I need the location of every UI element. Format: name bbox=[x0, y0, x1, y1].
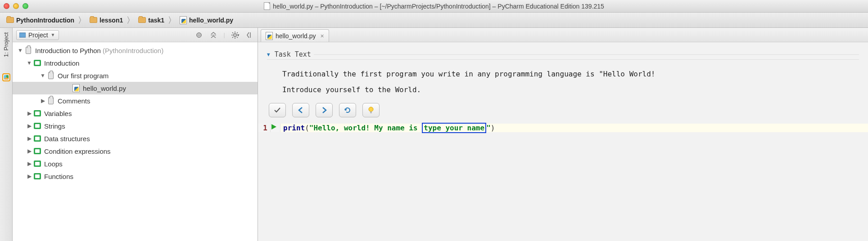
tree-node-hello-file[interactable]: hello_world.py bbox=[13, 82, 258, 94]
python-file-icon bbox=[266, 32, 273, 40]
folder-icon bbox=[138, 17, 146, 23]
folder-icon bbox=[6, 17, 14, 23]
tree-node-loops[interactable]: ▶ Loops bbox=[13, 157, 258, 170]
project-panel-toolbar: Project ▼ | ▾ bbox=[13, 28, 258, 42]
refresh-task-button[interactable] bbox=[339, 103, 356, 117]
arrow-right-icon bbox=[320, 106, 328, 114]
expand-arrow-icon[interactable]: ▼ bbox=[40, 72, 46, 79]
folder-icon bbox=[90, 17, 97, 23]
expand-arrow-icon[interactable]: ▶ bbox=[26, 110, 32, 116]
tree-node-condition-expressions[interactable]: ▶ Condition expressions bbox=[13, 145, 258, 157]
chevron-right-icon: 〉 bbox=[127, 15, 135, 26]
next-task-button[interactable] bbox=[316, 103, 333, 117]
svg-point-5 bbox=[234, 34, 236, 36]
tree-root[interactable]: ▼ Introduction to Python (PythonIntroduc… bbox=[13, 44, 258, 57]
tree-node-strings[interactable]: ▶ Strings bbox=[13, 120, 258, 132]
run-gutter[interactable] bbox=[271, 124, 280, 132]
answer-placeholder[interactable]: type your name bbox=[422, 123, 486, 133]
lesson-icon bbox=[34, 173, 41, 179]
task-action-bar bbox=[269, 103, 859, 117]
expand-arrow-icon[interactable]: ▶ bbox=[26, 173, 32, 179]
lesson-icon bbox=[34, 135, 41, 142]
zoom-window-button[interactable] bbox=[23, 3, 28, 9]
tree-node-introduction[interactable]: ▼ Introduction bbox=[13, 57, 258, 69]
clipboard-icon bbox=[48, 97, 54, 104]
lightbulb-icon bbox=[367, 106, 375, 114]
expand-arrow-icon[interactable]: ▼ bbox=[17, 47, 23, 54]
collapse-all-button[interactable] bbox=[209, 31, 217, 39]
project-view-selector[interactable]: Project ▼ bbox=[16, 30, 59, 40]
svg-line-13 bbox=[232, 37, 233, 38]
close-tab-button[interactable]: × bbox=[321, 32, 324, 40]
check-icon bbox=[273, 106, 281, 114]
close-window-button[interactable] bbox=[4, 3, 9, 9]
lesson-icon bbox=[34, 110, 41, 116]
python-file-icon bbox=[72, 84, 80, 92]
project-panel: Project ▼ | ▾ bbox=[13, 28, 258, 241]
run-icon bbox=[271, 124, 277, 130]
svg-line-10 bbox=[232, 32, 233, 33]
task-panel: Task Text Traditionally the first progra… bbox=[258, 42, 868, 124]
check-task-button[interactable] bbox=[269, 103, 286, 117]
hint-button[interactable] bbox=[362, 103, 380, 117]
expand-arrow-icon[interactable]: ▶ bbox=[26, 148, 32, 154]
window-titlebar: hello_world.py – PythonIntroduction – [~… bbox=[0, 0, 868, 13]
expand-arrow-icon[interactable]: ▶ bbox=[26, 135, 32, 142]
refresh-icon bbox=[344, 106, 352, 114]
python-file-icon bbox=[180, 16, 187, 24]
expand-arrow-icon[interactable]: ▶ bbox=[26, 161, 32, 167]
editor-area: hello_world.py × Task Text Traditionally… bbox=[258, 28, 868, 241]
breadcrumb-item-task[interactable]: task1 bbox=[136, 17, 166, 24]
lesson-icon bbox=[34, 161, 41, 167]
settings-button[interactable]: ▾ bbox=[231, 31, 240, 39]
tree-node-first-program[interactable]: ▼ Our first program bbox=[13, 69, 258, 82]
expand-arrow-icon[interactable]: ▶ bbox=[40, 98, 46, 104]
code-editor[interactable]: 1 print("Hello, world! My name is type y… bbox=[258, 124, 868, 132]
code-line[interactable]: print("Hello, world! My name is type you… bbox=[280, 124, 868, 132]
breadcrumb-item-project[interactable]: PythonIntroduction bbox=[5, 17, 76, 24]
editor-tab[interactable]: hello_world.py × bbox=[261, 29, 329, 42]
lesson-icon bbox=[34, 123, 41, 129]
lesson-icon bbox=[34, 60, 41, 66]
lesson-icon bbox=[34, 148, 41, 154]
hide-panel-button[interactable] bbox=[246, 31, 254, 39]
pycharm-logo-icon[interactable] bbox=[2, 73, 10, 81]
chevron-down-icon: ▼ bbox=[51, 32, 55, 37]
task-description: Traditionally the first program you writ… bbox=[267, 66, 859, 98]
window-title: hello_world.py – PythonIntroduction – [~… bbox=[273, 3, 604, 10]
project-icon bbox=[19, 32, 26, 38]
chevron-right-icon: 〉 bbox=[168, 15, 176, 26]
tool-window-stripe: 1: Project bbox=[0, 28, 13, 241]
document-icon bbox=[264, 2, 270, 10]
svg-rect-0 bbox=[19, 33, 26, 37]
tree-node-functions[interactable]: ▶ Functions bbox=[13, 170, 258, 183]
breadcrumb-item-file[interactable]: hello_world.py bbox=[178, 16, 235, 24]
chevron-right-icon: 〉 bbox=[78, 15, 86, 26]
tree-node-data-structures[interactable]: ▶ Data structures bbox=[13, 132, 258, 145]
window-controls bbox=[4, 3, 28, 9]
breadcrumb: PythonIntroduction 〉 lesson1 〉 task1 〉 h… bbox=[0, 13, 868, 28]
svg-point-14 bbox=[369, 107, 373, 112]
breadcrumb-item-lesson[interactable]: lesson1 bbox=[88, 17, 125, 24]
project-tool-window-tab[interactable]: 1: Project bbox=[2, 30, 10, 60]
tree-node-comments[interactable]: ▶ Comments bbox=[13, 94, 258, 107]
tree-node-variables[interactable]: ▶ Variables bbox=[13, 107, 258, 120]
scroll-from-source-button[interactable] bbox=[195, 31, 203, 39]
editor-tab-bar: hello_world.py × bbox=[258, 28, 868, 42]
clipboard-icon bbox=[26, 47, 31, 54]
svg-rect-15 bbox=[370, 112, 372, 113]
project-tree[interactable]: ▼ Introduction to Python (PythonIntroduc… bbox=[13, 42, 258, 241]
expand-arrow-icon[interactable]: ▶ bbox=[26, 123, 32, 129]
minimize-window-button[interactable] bbox=[13, 3, 19, 9]
expand-arrow-icon[interactable]: ▼ bbox=[26, 60, 32, 66]
clipboard-icon bbox=[48, 72, 54, 79]
line-number-gutter: 1 bbox=[258, 124, 271, 132]
arrow-left-icon bbox=[297, 106, 305, 114]
task-text-header[interactable]: Task Text bbox=[267, 50, 859, 60]
previous-task-button[interactable] bbox=[292, 103, 309, 117]
